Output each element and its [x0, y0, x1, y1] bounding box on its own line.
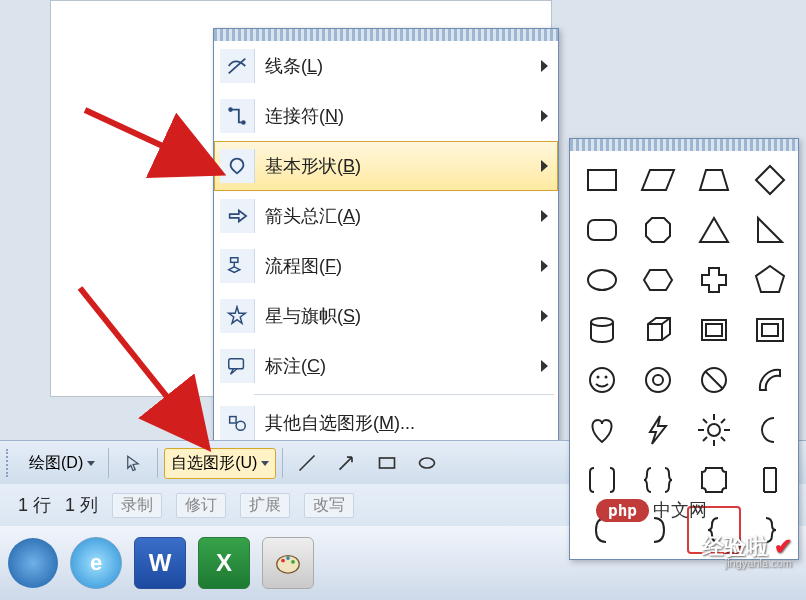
shape-double-brace[interactable]: [632, 457, 684, 503]
shape-smiley[interactable]: [576, 357, 628, 403]
menu-item-label: 星与旗帜(S): [265, 304, 531, 328]
svg-rect-2: [231, 258, 238, 263]
svg-point-26: [646, 368, 670, 392]
shape-plus[interactable]: [688, 257, 740, 303]
shape-cube[interactable]: [632, 307, 684, 353]
status-cell-record[interactable]: 录制: [112, 493, 162, 518]
svg-point-44: [286, 556, 290, 560]
svg-point-1: [241, 120, 246, 125]
menu-item-label: 其他自选图形(M)...: [265, 411, 548, 435]
submenu-arrow-icon: [541, 310, 548, 322]
menu-item-stars[interactable]: 星与旗帜(S): [214, 291, 558, 341]
shape-parallelogram[interactable]: [632, 157, 684, 203]
pointer-tool-button[interactable]: [115, 447, 151, 479]
svg-line-29: [705, 371, 723, 389]
dropdown-icon: [261, 461, 269, 466]
menu-item-flowchart[interactable]: 流程图(F): [214, 241, 558, 291]
submenu-arrow-icon: [541, 360, 548, 372]
shape-double-bracket[interactable]: [576, 457, 628, 503]
svg-marker-14: [758, 218, 782, 242]
shape-pentagon[interactable]: [744, 257, 796, 303]
svg-rect-11: [588, 220, 616, 240]
svg-marker-16: [644, 270, 672, 290]
menu-item-label: 标注(C): [265, 354, 531, 378]
svg-marker-9: [700, 170, 728, 190]
status-row: 1 行: [18, 493, 51, 517]
callouts-icon: [220, 349, 255, 383]
shape-moon[interactable]: [744, 407, 796, 453]
submenu-arrow-icon: [541, 260, 548, 272]
menu-item-basic-shapes[interactable]: 基本形状(B): [214, 141, 558, 191]
oval-tool-button[interactable]: [409, 447, 445, 479]
svg-marker-8: [642, 170, 674, 190]
svg-marker-3: [229, 267, 240, 273]
start-orb[interactable]: [8, 538, 58, 588]
shape-donut[interactable]: [632, 357, 684, 403]
shape-hexagon[interactable]: [632, 257, 684, 303]
shape-trapezoid[interactable]: [688, 157, 740, 203]
shape-rectangle[interactable]: [576, 157, 628, 203]
shape-diamond[interactable]: [744, 157, 796, 203]
palette-drag-handle[interactable]: [570, 139, 798, 151]
submenu-arrow-icon: [541, 60, 548, 72]
connectors-icon: [220, 99, 255, 133]
svg-rect-7: [588, 170, 616, 190]
shape-cylinder[interactable]: [576, 307, 628, 353]
svg-rect-40: [380, 458, 395, 468]
autoshapes-menu-button[interactable]: 自选图形(U): [164, 448, 276, 479]
menu-item-block-arrows[interactable]: 箭头总汇(A): [214, 191, 558, 241]
svg-point-23: [590, 368, 614, 392]
rectangle-tool-button[interactable]: [369, 447, 405, 479]
menu-separator: [254, 394, 554, 395]
menu-item-lines[interactable]: 线条(L): [214, 41, 558, 91]
shape-no-symbol[interactable]: [688, 357, 740, 403]
svg-point-31: [708, 424, 720, 436]
draw-menu-button[interactable]: 绘图(D): [22, 448, 102, 479]
shape-bracket[interactable]: [744, 457, 796, 503]
toolbar-separator: [108, 448, 109, 478]
shape-sun[interactable]: [688, 407, 740, 453]
svg-marker-12: [646, 218, 670, 242]
dropdown-icon: [87, 461, 95, 466]
word-icon[interactable]: W: [134, 537, 186, 589]
menu-item-label: 流程图(F): [265, 254, 531, 278]
paint-icon[interactable]: [262, 537, 314, 589]
svg-line-36: [703, 419, 707, 423]
shape-round-rect[interactable]: [576, 207, 628, 253]
shape-arc-quarter[interactable]: [744, 357, 796, 403]
shape-ellipse[interactable]: [576, 257, 628, 303]
toolbar-grip[interactable]: [6, 449, 14, 477]
shape-right-triangle[interactable]: [744, 207, 796, 253]
excel-icon[interactable]: X: [198, 537, 250, 589]
svg-marker-10: [756, 166, 784, 194]
submenu-arrow-icon: [541, 210, 548, 222]
status-cell-extend[interactable]: 扩展: [240, 493, 290, 518]
shape-lightning[interactable]: [632, 407, 684, 453]
shape-bevel[interactable]: [688, 307, 740, 353]
status-col: 1 列: [65, 493, 98, 517]
shape-frame[interactable]: [744, 307, 796, 353]
shape-octagon[interactable]: [632, 207, 684, 253]
shape-plaque[interactable]: [688, 457, 740, 503]
status-cell-overwrite[interactable]: 改写: [304, 493, 354, 518]
status-cell-revise[interactable]: 修订: [176, 493, 226, 518]
shape-heart[interactable]: [576, 407, 628, 453]
menu-item-callouts[interactable]: 标注(C): [214, 341, 558, 391]
shape-triangle[interactable]: [688, 207, 740, 253]
svg-point-43: [281, 559, 285, 563]
svg-rect-20: [706, 324, 722, 336]
svg-line-38: [721, 419, 725, 423]
menu-item-connectors[interactable]: 连接符(N): [214, 91, 558, 141]
svg-marker-30: [650, 416, 666, 444]
svg-rect-4: [229, 359, 244, 369]
svg-line-37: [721, 437, 725, 441]
arrow-tool-button[interactable]: [329, 447, 365, 479]
rectangle-icon: [376, 452, 398, 474]
autoshapes-label: 自选图形(U): [171, 453, 257, 474]
basic-shapes-icon: [220, 149, 255, 183]
svg-point-27: [653, 375, 663, 385]
menu-item-label: 线条(L): [265, 54, 531, 78]
menu-drag-handle[interactable]: [214, 29, 558, 41]
line-tool-button[interactable]: [289, 447, 325, 479]
ie-icon[interactable]: e: [70, 537, 122, 589]
